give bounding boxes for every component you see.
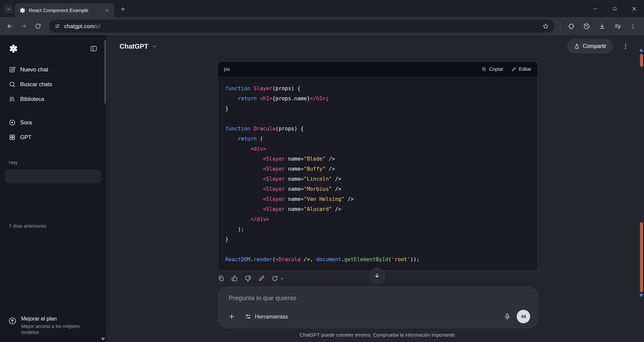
- share-button[interactable]: Compartir: [567, 39, 613, 54]
- star-icon: [542, 23, 549, 30]
- sidebar-toggle-icon[interactable]: [90, 45, 97, 52]
- browser-tab[interactable]: React Component Example: [15, 3, 114, 17]
- new-tab-button[interactable]: [118, 4, 128, 14]
- thumbs-up-icon[interactable]: [231, 275, 238, 282]
- voice-mode-button[interactable]: [517, 310, 530, 323]
- browser-window: React Component Example chatgpt.com/c/: [0, 0, 644, 342]
- chat-header: ChatGPT Compartir: [106, 35, 644, 57]
- sidebar-item-gpt[interactable]: GPT: [3, 130, 103, 145]
- search-icon: [9, 81, 16, 88]
- code-line: <Slayer name="Alucard" />: [225, 204, 530, 214]
- code-block-header: jsx Copiar Editar: [218, 62, 538, 76]
- kebab-icon: [630, 23, 637, 30]
- code-block: jsx Copiar Editar function: [218, 61, 538, 271]
- section-label-previous-7-days: 7 días anteriores: [9, 223, 106, 229]
- address-bar[interactable]: chatgpt.com/c/: [49, 20, 554, 33]
- arrow-left-icon: [6, 23, 13, 30]
- window-controls: [586, 0, 644, 17]
- main-scroll-up-arrow[interactable]: [639, 49, 643, 52]
- browser-menu-button[interactable]: [627, 20, 639, 32]
- main-scrollbar-marker[interactable]: [640, 54, 643, 67]
- code-line: return (: [225, 134, 530, 144]
- chatgpt-favicon: [19, 7, 26, 13]
- arrow-down-icon: [374, 272, 380, 279]
- share-label: Compartir: [583, 43, 606, 49]
- code-line: <Slayer name="Morbius" />: [225, 184, 530, 194]
- edit-code-button[interactable]: Editar: [511, 66, 532, 72]
- model-switcher[interactable]: ChatGPT: [120, 43, 157, 50]
- composer[interactable]: Pregunta lo que quieras Herramientas: [218, 287, 538, 328]
- browser-toolbar: chatgpt.com/c/: [0, 17, 644, 35]
- code-line: ReactDOM.render(<Dracula />, document.ge…: [225, 254, 530, 265]
- history-button[interactable]: [581, 20, 593, 32]
- code-line: <Slayer name="Buffy" />: [225, 164, 530, 174]
- upgrade-icon: [8, 317, 17, 325]
- code-line: }: [225, 104, 530, 114]
- regenerate-icon: [271, 275, 278, 282]
- maximize-button[interactable]: [605, 0, 625, 17]
- reload-icon: [35, 23, 41, 30]
- active-chat-item[interactable]: [5, 169, 101, 183]
- copy-message-icon[interactable]: [218, 275, 225, 282]
- code-line: function Dracula(props) {: [225, 124, 530, 134]
- upgrade-plan-button[interactable]: Mejorar el plan Mayor acceso a los mejor…: [0, 312, 106, 339]
- tab-close-button[interactable]: [103, 7, 111, 14]
- sora-play-icon: [9, 119, 16, 126]
- composer-placeholder[interactable]: Pregunta lo que quieras: [229, 294, 296, 302]
- minimize-icon: [592, 6, 598, 12]
- gpt-grid-icon: [9, 134, 16, 141]
- main-scroll-down-arrow[interactable]: [639, 294, 643, 297]
- chevron-down-icon: [151, 43, 157, 49]
- code-content: function Slayer(props) { return <h1>{pro…: [218, 76, 538, 271]
- copy-icon: [481, 67, 487, 72]
- puzzle-icon: [568, 23, 575, 30]
- code-line: <Slayer name="Van Helsing" />: [225, 194, 530, 204]
- sidebar: Nuevo chat Buscar chats Biblioteca Sora: [0, 35, 106, 342]
- media-control-button[interactable]: [611, 20, 624, 32]
- minimize-button[interactable]: [586, 0, 605, 17]
- sidebar-item-sora[interactable]: Sora: [3, 115, 103, 130]
- close-window-button[interactable]: [625, 0, 644, 17]
- scroll-to-bottom-button[interactable]: [369, 268, 385, 283]
- disclaimer-text: ChatGPT puede cometer errores. Comprueba…: [218, 332, 538, 338]
- tools-button[interactable]: Herramientas: [245, 313, 288, 320]
- edit-message-icon[interactable]: [258, 275, 265, 282]
- microphone-icon: [504, 313, 511, 320]
- sidebar-item-label: GPT: [20, 134, 32, 140]
- tab-search-button[interactable]: [4, 5, 13, 13]
- composer-toolbar: Herramientas: [227, 310, 530, 323]
- sidebar-scrollbar-thumb[interactable]: [104, 40, 106, 104]
- extensions-button[interactable]: [565, 20, 577, 32]
- downloads-button[interactable]: [596, 20, 608, 32]
- conversation-menu-button[interactable]: [619, 40, 632, 53]
- sidebar-item-new-chat[interactable]: Nuevo chat: [3, 62, 103, 77]
- model-name: ChatGPT: [120, 43, 148, 50]
- code-line: function Slayer(props) {: [225, 83, 530, 94]
- bookmark-star-button[interactable]: [542, 23, 549, 30]
- copy-code-button[interactable]: Copiar: [481, 66, 503, 72]
- forward-button[interactable]: [17, 20, 30, 33]
- sidebar-item-label: Buscar chats: [20, 81, 52, 88]
- sidebar-item-search-chats[interactable]: Buscar chats: [3, 77, 103, 92]
- regenerate-button[interactable]: [271, 275, 284, 282]
- site-settings-icon[interactable]: [54, 23, 60, 29]
- new-chat-icon: [9, 66, 16, 73]
- back-button[interactable]: [3, 20, 16, 33]
- arrow-right-icon: [20, 23, 27, 30]
- dictate-button[interactable]: [501, 310, 513, 323]
- thumbs-down-icon[interactable]: [244, 275, 251, 282]
- reload-button[interactable]: [32, 20, 44, 33]
- history-clock-icon: [583, 23, 590, 30]
- upgrade-title: Mejorar el plan: [21, 316, 88, 322]
- browser-titlebar: React Component Example: [0, 0, 644, 17]
- sidebar-item-library[interactable]: Biblioteca: [3, 92, 103, 106]
- toolbar-divider: [560, 22, 561, 30]
- attach-button[interactable]: [227, 311, 237, 322]
- pencil-icon: [511, 67, 516, 72]
- maximize-icon: [612, 6, 617, 11]
- chatgpt-app: Nuevo chat Buscar chats Biblioteca Sora: [0, 35, 644, 342]
- sidebar-scroll-down-arrow[interactable]: [101, 338, 105, 341]
- main-scrollbar-thumb[interactable]: [640, 222, 643, 292]
- close-icon: [631, 6, 637, 12]
- openai-logo: [9, 44, 18, 53]
